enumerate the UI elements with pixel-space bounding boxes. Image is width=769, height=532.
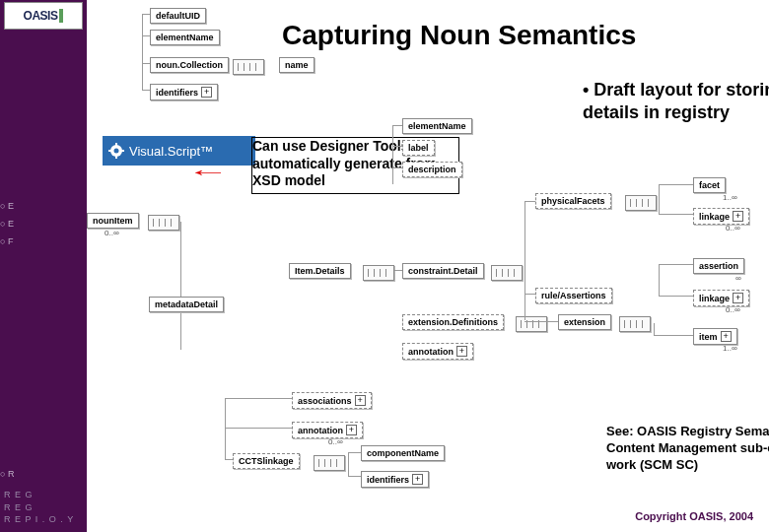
node-linkage1: linkage+ [693,208,749,225]
node-annotation: annotation+ [292,422,363,438]
node-constraintDetail: constraint.Detail [402,263,484,279]
bullet-right: • Draft layout for storing noun details … [583,79,769,123]
registry-text: R E G R E G R E P I . O . Y [4,489,74,526]
svg-rect-3 [115,156,117,159]
node-associations: associations+ [292,392,372,409]
node-identifiers2: identifiers+ [361,471,429,488]
node-elementName1: elementName [150,30,220,45]
node-assertion: assertion [693,258,744,274]
node-ruleAssertions: rule/Assertions [535,288,612,303]
gear-icon [108,143,124,159]
node-identifiers1: identifiers+ [150,84,218,100]
node-nounItem: nounItem [87,213,139,229]
seq-icon [233,59,264,75]
seq-icon [363,265,394,281]
expand-icon: + [721,331,732,342]
node-componentName: componentName [361,445,445,461]
see-note: See: OASIS Registry Semantic Content Man… [606,424,769,474]
expand-icon: + [456,346,467,357]
visualscript-badge: Visual.Script™ [103,136,255,166]
expand-icon: + [733,211,743,222]
sidebar-hint: ○ R [0,469,14,479]
seq-icon [148,215,179,231]
node-defaultUID: defaultUID [150,8,206,24]
node-extension: extension [558,314,611,330]
node-itemDetails: Item.Details [289,263,351,279]
node-item: item+ [693,328,737,345]
seq-icon [516,316,547,332]
node-annotation2: annotation+ [402,343,473,360]
node-physicalFacets: physicalFacets [535,193,611,209]
node-extensionDefinitions: extension.Definitions [402,314,504,330]
node-linkage2: linkage+ [693,290,749,306]
seq-icon [314,455,345,471]
visualscript-label: Visual.Script™ [129,144,213,159]
red-arrow-icon: ← [186,161,230,183]
svg-rect-2 [115,143,117,146]
expand-icon: + [346,425,357,435]
node-name: name [279,57,315,73]
expand-icon: + [733,293,743,303]
oasis-logo: OASIS [4,2,83,30]
oasis-logo-text: OASIS [24,9,58,23]
node-nounCollection: noun.Collection [150,57,229,73]
svg-point-1 [114,149,119,154]
sidebar-hint: ○ E [0,219,14,229]
node-cctsLinkage: CCTSlinkage [233,453,300,469]
svg-rect-5 [121,150,124,152]
sidebar-hint: ○ F [0,236,13,246]
expand-icon: + [355,395,366,406]
seq-icon [625,195,657,211]
sidebar-hint: ○ E [0,201,14,211]
page-title: Capturing Noun Semantics [282,20,636,51]
seq-icon [491,265,523,281]
node-metadataDetail: metadataDetail [149,297,224,312]
copyright: Copyright OASIS, 2004 [635,510,753,522]
callout-text: Can use Designer Tools to automatically … [252,138,450,190]
expand-icon: + [412,474,423,485]
svg-rect-4 [108,150,111,152]
node-facet: facet [693,177,726,193]
node-elementName2: elementName [402,118,472,134]
seq-icon [619,316,651,332]
expand-icon: + [201,87,212,98]
